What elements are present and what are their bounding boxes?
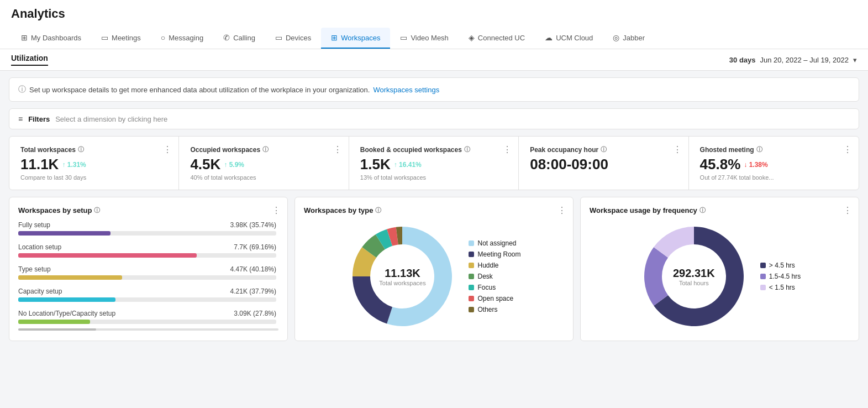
chart-freq-title: Workspace usage by frequency ⓘ <box>590 206 850 215</box>
metric-label-booked-occupied: Booked & occupied workspaces ⓘ <box>360 145 507 154</box>
metric-value-total-workspaces: 11.1K↑ 1.31% <box>20 156 167 173</box>
metric-menu-icon[interactable]: ⋮ <box>843 144 852 155</box>
charts-row: Workspaces by setup ⓘ ⋮ Fully setup 3.98… <box>9 197 859 341</box>
legend-item: Focus <box>469 284 520 291</box>
chart-freq-info-icon[interactable]: ⓘ <box>699 206 706 215</box>
legend-dot <box>469 252 474 257</box>
nav-tab-calling[interactable]: ✆Calling <box>213 28 265 49</box>
donut-freq-legend: > 4.5 hrs1.5-4.5 hrs< 1.5 hrs <box>760 261 801 291</box>
donut-freq-label: Total hours <box>673 280 715 286</box>
metric-card-booked-occupied: Booked & occupied workspaces ⓘ 1.5K↑ 16.… <box>349 137 519 190</box>
legend-dot <box>469 274 474 279</box>
chart-setup: Workspaces by setup ⓘ ⋮ Fully setup 3.98… <box>9 197 288 341</box>
metric-info-icon[interactable]: ⓘ <box>601 145 607 154</box>
change-up: ↑ 16.41% <box>394 161 422 169</box>
filter-icon: ≡ <box>18 114 23 123</box>
legend-item: Huddle <box>469 261 520 269</box>
filters-bar[interactable]: ≡ Filters Select a dimension by clicking… <box>9 108 859 129</box>
metric-card-ghosted-meeting: Ghosted meeting ⓘ 45.8%↓ 1.38% Out of 27… <box>689 137 859 190</box>
legend-dot <box>760 285 766 290</box>
metric-sub-ghosted-meeting: Out of 27.74K total booke... <box>700 174 848 181</box>
messaging-icon: ○ <box>161 33 165 42</box>
nav-tab-jabber[interactable]: ◎Jabber <box>603 28 655 49</box>
devices-icon: ▭ <box>275 33 282 42</box>
legend-item: > 4.5 hrs <box>760 261 801 269</box>
chart-type-menu-icon[interactable]: ⋮ <box>557 205 566 216</box>
chart-type-info-icon[interactable]: ⓘ <box>375 206 381 215</box>
metric-menu-icon[interactable]: ⋮ <box>163 144 172 155</box>
metric-sub-booked-occupied: 13% of total workspaces <box>360 174 507 181</box>
utilization-tab[interactable]: Utilization <box>11 54 48 66</box>
filters-hint: Select a dimension by clicking here <box>55 115 167 123</box>
donut-freq-chart: 292.31K Total hours <box>639 221 749 332</box>
nav-tab-meetings[interactable]: ▭Meetings <box>91 28 151 49</box>
chart-type: Workspaces by type ⓘ ⋮ 11.13K Total work… <box>294 197 574 341</box>
setup-list: Fully setup 3.98K (35.74%) Location setu… <box>18 221 278 324</box>
donut-type-value: 11.13K <box>379 267 425 280</box>
info-text: Set up workspace details to get more enh… <box>29 86 370 94</box>
nav-tab-connected-uc[interactable]: ◈Connected UC <box>459 28 535 49</box>
metric-info-icon[interactable]: ⓘ <box>464 145 470 154</box>
change-up: ↑ 5.9% <box>224 161 244 169</box>
metric-info-icon[interactable]: ⓘ <box>756 145 762 154</box>
metrics-row: Total workspaces ⓘ 11.1K↑ 1.31% Compare … <box>9 136 859 190</box>
metric-value-peak-occupancy: 08:00-09:00 <box>530 156 677 173</box>
nav-tabs: ⊞My Dashboards▭Meetings○Messaging✆Callin… <box>11 28 857 49</box>
chart-setup-menu-icon[interactable]: ⋮ <box>272 205 281 216</box>
nav-tab-video-mesh[interactable]: ▭Video Mesh <box>390 28 458 49</box>
date-range[interactable]: 30 days Jun 20, 2022 – Jul 19, 2022 ▾ <box>729 56 857 64</box>
legend-dot <box>469 263 474 268</box>
metric-card-total-workspaces: Total workspaces ⓘ 11.1K↑ 1.31% Compare … <box>9 137 179 190</box>
setup-bar-item: No Location/Type/Capacity setup 3.09K (2… <box>18 310 276 324</box>
page-title: Analytics <box>11 7 857 25</box>
metric-sub-occupied-workspaces: 40% of total workspaces <box>190 174 337 181</box>
donut-segment <box>644 247 668 306</box>
metric-label-ghosted-meeting: Ghosted meeting ⓘ <box>700 145 848 154</box>
chart-setup-title: Workspaces by setup ⓘ <box>18 206 278 215</box>
metric-label-occupied-workspaces: Occupied workspaces ⓘ <box>190 145 337 154</box>
legend-dot <box>469 285 474 290</box>
donut-freq-value: 292.31K <box>673 267 715 280</box>
metric-label-peak-occupancy: Peak occupancy hour ⓘ <box>530 145 677 154</box>
setup-bar-item: Type setup 4.47K (40.18%) <box>18 265 276 280</box>
freq-container: 292.31K Total hours > 4.5 hrs1.5-4.5 hrs… <box>590 221 850 332</box>
my-dashboards-icon: ⊞ <box>21 33 28 42</box>
metric-sub-total-workspaces: Compare to last 30 days <box>20 174 167 181</box>
sub-header: Utilization 30 days Jun 20, 2022 – Jul 1… <box>0 49 868 71</box>
chart-freq-menu-icon[interactable]: ⋮ <box>843 205 852 216</box>
info-icon: ⓘ <box>18 85 26 95</box>
nav-tab-my-dashboards[interactable]: ⊞My Dashboards <box>11 28 91 49</box>
metric-menu-icon[interactable]: ⋮ <box>503 144 512 155</box>
donut-type-chart: 11.13K Total workspaces <box>347 221 457 332</box>
legend-dot <box>469 240 474 246</box>
chart-freq: Workspace usage by frequency ⓘ ⋮ 292.31K… <box>580 197 859 341</box>
workspaces-icon: ⊞ <box>331 33 338 42</box>
legend-item: Desk <box>469 273 520 280</box>
legend-dot <box>760 274 766 279</box>
legend-item: 1.5-4.5 hrs <box>760 273 801 280</box>
nav-tab-workspaces[interactable]: ⊞Workspaces <box>321 28 390 49</box>
metric-info-icon[interactable]: ⓘ <box>78 145 84 154</box>
meetings-icon: ▭ <box>101 33 108 42</box>
donut-type-container: 11.13K Total workspaces Not assignedMeet… <box>304 221 564 332</box>
nav-tab-devices[interactable]: ▭Devices <box>265 28 321 49</box>
nav-tab-messaging[interactable]: ○Messaging <box>151 28 213 49</box>
info-banner: ⓘ Set up workspace details to get more e… <box>9 77 859 102</box>
metric-info-icon[interactable]: ⓘ <box>262 145 269 154</box>
workspaces-settings-link[interactable]: Workspaces settings <box>373 86 439 94</box>
chevron-down-icon[interactable]: ▾ <box>853 56 857 64</box>
page-header: Analytics ⊞My Dashboards▭Meetings○Messag… <box>0 0 868 49</box>
filters-label: Filters <box>28 115 50 123</box>
nav-tab-ucm-cloud[interactable]: ☁UCM Cloud <box>535 28 603 49</box>
legend-item: Others <box>469 306 520 313</box>
setup-bar-item: Capacity setup 4.21K (37.79%) <box>18 287 276 302</box>
jabber-icon: ◎ <box>613 33 619 42</box>
legend-item: Open space <box>469 295 520 302</box>
chart-setup-info-icon[interactable]: ⓘ <box>94 206 100 215</box>
metric-value-ghosted-meeting: 45.8%↓ 1.38% <box>700 156 848 173</box>
metric-menu-icon[interactable]: ⋮ <box>673 144 682 155</box>
legend-item: < 1.5 hrs <box>760 284 801 291</box>
video-mesh-icon: ▭ <box>400 33 407 42</box>
donut-type-legend: Not assignedMeeting RoomHuddleDeskFocusO… <box>469 239 520 313</box>
metric-menu-icon[interactable]: ⋮ <box>333 144 342 155</box>
